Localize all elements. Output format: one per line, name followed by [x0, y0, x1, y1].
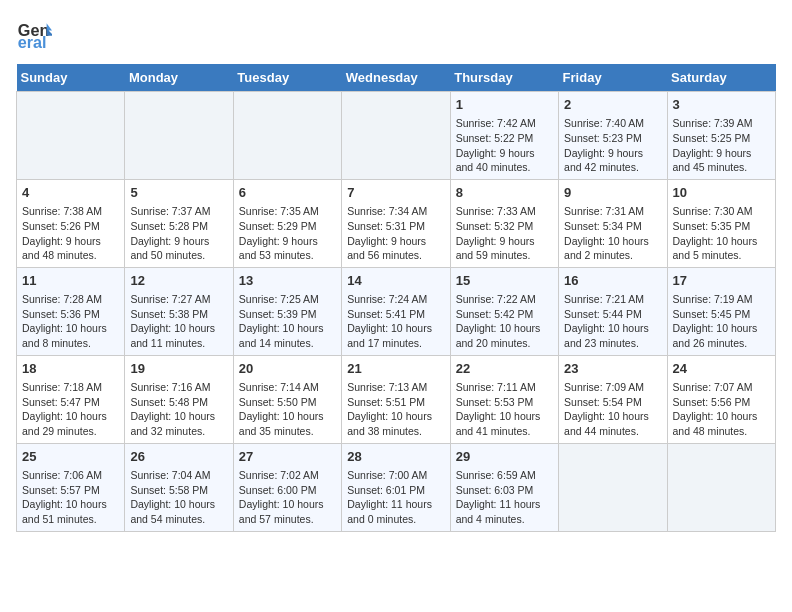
- calendar-cell: 26Sunrise: 7:04 AMSunset: 5:58 PMDayligh…: [125, 443, 233, 531]
- day-info: Sunrise: 6:59 AMSunset: 6:03 PMDaylight:…: [456, 468, 553, 527]
- day-number: 1: [456, 96, 553, 114]
- day-info: Sunrise: 7:27 AMSunset: 5:38 PMDaylight:…: [130, 292, 227, 351]
- calendar-cell: 19Sunrise: 7:16 AMSunset: 5:48 PMDayligh…: [125, 355, 233, 443]
- day-info: Sunrise: 7:13 AMSunset: 5:51 PMDaylight:…: [347, 380, 444, 439]
- calendar-cell: 3Sunrise: 7:39 AMSunset: 5:25 PMDaylight…: [667, 92, 775, 180]
- day-number: 17: [673, 272, 770, 290]
- calendar-cell: [125, 92, 233, 180]
- calendar-week-2: 4Sunrise: 7:38 AMSunset: 5:26 PMDaylight…: [17, 179, 776, 267]
- calendar-cell: 5Sunrise: 7:37 AMSunset: 5:28 PMDaylight…: [125, 179, 233, 267]
- calendar-cell: 18Sunrise: 7:18 AMSunset: 5:47 PMDayligh…: [17, 355, 125, 443]
- day-info: Sunrise: 7:38 AMSunset: 5:26 PMDaylight:…: [22, 204, 119, 263]
- day-number: 14: [347, 272, 444, 290]
- calendar-cell: 23Sunrise: 7:09 AMSunset: 5:54 PMDayligh…: [559, 355, 667, 443]
- calendar-week-5: 25Sunrise: 7:06 AMSunset: 5:57 PMDayligh…: [17, 443, 776, 531]
- day-info: Sunrise: 7:42 AMSunset: 5:22 PMDaylight:…: [456, 116, 553, 175]
- day-info: Sunrise: 7:25 AMSunset: 5:39 PMDaylight:…: [239, 292, 336, 351]
- calendar-table: SundayMondayTuesdayWednesdayThursdayFrid…: [16, 64, 776, 532]
- day-info: Sunrise: 7:39 AMSunset: 5:25 PMDaylight:…: [673, 116, 770, 175]
- day-info: Sunrise: 7:33 AMSunset: 5:32 PMDaylight:…: [456, 204, 553, 263]
- day-number: 12: [130, 272, 227, 290]
- weekday-header-sunday: Sunday: [17, 64, 125, 92]
- calendar-cell: 25Sunrise: 7:06 AMSunset: 5:57 PMDayligh…: [17, 443, 125, 531]
- day-number: 19: [130, 360, 227, 378]
- day-number: 7: [347, 184, 444, 202]
- calendar-cell: 29Sunrise: 6:59 AMSunset: 6:03 PMDayligh…: [450, 443, 558, 531]
- day-info: Sunrise: 7:04 AMSunset: 5:58 PMDaylight:…: [130, 468, 227, 527]
- svg-text:eral: eral: [18, 33, 47, 51]
- calendar-cell: [342, 92, 450, 180]
- calendar-cell: 9Sunrise: 7:31 AMSunset: 5:34 PMDaylight…: [559, 179, 667, 267]
- calendar-cell: 15Sunrise: 7:22 AMSunset: 5:42 PMDayligh…: [450, 267, 558, 355]
- calendar-cell: [17, 92, 125, 180]
- weekday-header-row: SundayMondayTuesdayWednesdayThursdayFrid…: [17, 64, 776, 92]
- day-number: 24: [673, 360, 770, 378]
- day-number: 18: [22, 360, 119, 378]
- day-info: Sunrise: 7:18 AMSunset: 5:47 PMDaylight:…: [22, 380, 119, 439]
- day-number: 15: [456, 272, 553, 290]
- day-info: Sunrise: 7:35 AMSunset: 5:29 PMDaylight:…: [239, 204, 336, 263]
- day-number: 22: [456, 360, 553, 378]
- calendar-cell: 8Sunrise: 7:33 AMSunset: 5:32 PMDaylight…: [450, 179, 558, 267]
- day-info: Sunrise: 7:16 AMSunset: 5:48 PMDaylight:…: [130, 380, 227, 439]
- day-number: 4: [22, 184, 119, 202]
- calendar-week-1: 1Sunrise: 7:42 AMSunset: 5:22 PMDaylight…: [17, 92, 776, 180]
- calendar-cell: [667, 443, 775, 531]
- calendar-cell: 21Sunrise: 7:13 AMSunset: 5:51 PMDayligh…: [342, 355, 450, 443]
- calendar-cell: [233, 92, 341, 180]
- calendar-cell: 14Sunrise: 7:24 AMSunset: 5:41 PMDayligh…: [342, 267, 450, 355]
- logo: Gen eral: [16, 16, 56, 52]
- day-info: Sunrise: 7:37 AMSunset: 5:28 PMDaylight:…: [130, 204, 227, 263]
- day-number: 27: [239, 448, 336, 466]
- calendar-cell: 13Sunrise: 7:25 AMSunset: 5:39 PMDayligh…: [233, 267, 341, 355]
- day-info: Sunrise: 7:00 AMSunset: 6:01 PMDaylight:…: [347, 468, 444, 527]
- weekday-header-monday: Monday: [125, 64, 233, 92]
- day-number: 8: [456, 184, 553, 202]
- day-number: 3: [673, 96, 770, 114]
- calendar-cell: 24Sunrise: 7:07 AMSunset: 5:56 PMDayligh…: [667, 355, 775, 443]
- day-number: 13: [239, 272, 336, 290]
- day-number: 29: [456, 448, 553, 466]
- day-number: 26: [130, 448, 227, 466]
- day-info: Sunrise: 7:22 AMSunset: 5:42 PMDaylight:…: [456, 292, 553, 351]
- day-number: 9: [564, 184, 661, 202]
- calendar-cell: [559, 443, 667, 531]
- calendar-cell: 4Sunrise: 7:38 AMSunset: 5:26 PMDaylight…: [17, 179, 125, 267]
- day-number: 5: [130, 184, 227, 202]
- day-info: Sunrise: 7:30 AMSunset: 5:35 PMDaylight:…: [673, 204, 770, 263]
- day-number: 28: [347, 448, 444, 466]
- day-number: 11: [22, 272, 119, 290]
- weekday-header-wednesday: Wednesday: [342, 64, 450, 92]
- calendar-cell: 7Sunrise: 7:34 AMSunset: 5:31 PMDaylight…: [342, 179, 450, 267]
- weekday-header-saturday: Saturday: [667, 64, 775, 92]
- day-number: 25: [22, 448, 119, 466]
- calendar-week-4: 18Sunrise: 7:18 AMSunset: 5:47 PMDayligh…: [17, 355, 776, 443]
- logo-icon: Gen eral: [16, 16, 52, 52]
- day-number: 2: [564, 96, 661, 114]
- calendar-cell: 22Sunrise: 7:11 AMSunset: 5:53 PMDayligh…: [450, 355, 558, 443]
- day-info: Sunrise: 7:24 AMSunset: 5:41 PMDaylight:…: [347, 292, 444, 351]
- calendar-cell: 16Sunrise: 7:21 AMSunset: 5:44 PMDayligh…: [559, 267, 667, 355]
- day-info: Sunrise: 7:40 AMSunset: 5:23 PMDaylight:…: [564, 116, 661, 175]
- day-number: 21: [347, 360, 444, 378]
- calendar-cell: 12Sunrise: 7:27 AMSunset: 5:38 PMDayligh…: [125, 267, 233, 355]
- day-info: Sunrise: 7:21 AMSunset: 5:44 PMDaylight:…: [564, 292, 661, 351]
- calendar-week-3: 11Sunrise: 7:28 AMSunset: 5:36 PMDayligh…: [17, 267, 776, 355]
- calendar-cell: 17Sunrise: 7:19 AMSunset: 5:45 PMDayligh…: [667, 267, 775, 355]
- weekday-header-thursday: Thursday: [450, 64, 558, 92]
- calendar-cell: 10Sunrise: 7:30 AMSunset: 5:35 PMDayligh…: [667, 179, 775, 267]
- calendar-cell: 27Sunrise: 7:02 AMSunset: 6:00 PMDayligh…: [233, 443, 341, 531]
- day-info: Sunrise: 7:07 AMSunset: 5:56 PMDaylight:…: [673, 380, 770, 439]
- day-info: Sunrise: 7:34 AMSunset: 5:31 PMDaylight:…: [347, 204, 444, 263]
- day-number: 10: [673, 184, 770, 202]
- calendar-cell: 11Sunrise: 7:28 AMSunset: 5:36 PMDayligh…: [17, 267, 125, 355]
- calendar-cell: 6Sunrise: 7:35 AMSunset: 5:29 PMDaylight…: [233, 179, 341, 267]
- calendar-cell: 28Sunrise: 7:00 AMSunset: 6:01 PMDayligh…: [342, 443, 450, 531]
- calendar-cell: 20Sunrise: 7:14 AMSunset: 5:50 PMDayligh…: [233, 355, 341, 443]
- day-info: Sunrise: 7:09 AMSunset: 5:54 PMDaylight:…: [564, 380, 661, 439]
- weekday-header-tuesday: Tuesday: [233, 64, 341, 92]
- day-number: 16: [564, 272, 661, 290]
- day-info: Sunrise: 7:31 AMSunset: 5:34 PMDaylight:…: [564, 204, 661, 263]
- day-number: 23: [564, 360, 661, 378]
- day-info: Sunrise: 7:14 AMSunset: 5:50 PMDaylight:…: [239, 380, 336, 439]
